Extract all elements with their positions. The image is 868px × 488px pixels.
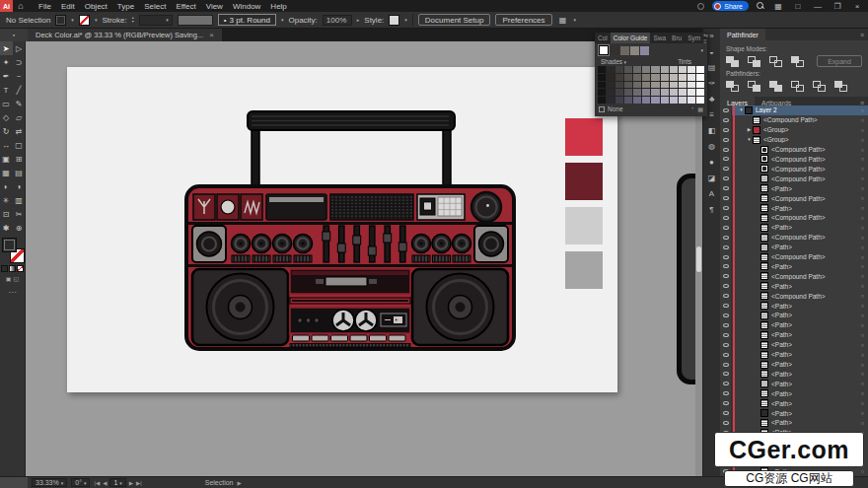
layer-row-21[interactable]: <Path>○ — [720, 301, 868, 311]
target-icon[interactable]: ○ — [861, 273, 864, 279]
layer-thumbnail[interactable] — [760, 194, 768, 202]
layer-row-25[interactable]: <Path>○ — [720, 340, 868, 350]
rectangle-tool[interactable]: ▭ — [0, 97, 13, 110]
target-icon[interactable]: ○ — [861, 166, 864, 172]
layer-thumbnail[interactable] — [760, 214, 768, 222]
layer-thumbnail[interactable] — [760, 351, 768, 359]
layer-thumbnail[interactable] — [760, 399, 768, 407]
boombox-artwork[interactable] — [183, 110, 517, 351]
style-caret-icon[interactable]: ▾ — [404, 17, 407, 23]
hand-tool[interactable]: ✱ — [0, 221, 13, 235]
layer-thumbnail[interactable] — [760, 174, 768, 182]
layer-row-14[interactable]: <Compound Path>○ — [720, 233, 868, 243]
stroke-caret-icon[interactable]: ▾ — [95, 17, 98, 23]
target-icon[interactable]: ○ — [861, 185, 864, 191]
layer-name[interactable]: <Compound Path> — [771, 156, 826, 163]
shade-cell[interactable] — [696, 74, 704, 81]
shade-cell[interactable] — [607, 97, 615, 104]
edit-toolbar-icon[interactable]: ⋯ — [9, 288, 17, 297]
layer-row-26[interactable]: <Path>○ — [720, 350, 868, 360]
shade-cell[interactable] — [624, 74, 632, 81]
target-icon[interactable]: ○ — [861, 137, 864, 143]
preferences-button[interactable]: Preferences — [495, 14, 551, 26]
slice-tool[interactable]: ✂ — [13, 207, 26, 221]
layer-name[interactable]: <Path> — [771, 312, 792, 318]
tab-color-guide[interactable]: Color Guide — [611, 33, 651, 43]
visibility-toggle[interactable] — [720, 271, 732, 281]
align-caret-icon[interactable]: ▾ — [574, 17, 577, 23]
shade-cell[interactable] — [661, 97, 669, 104]
layer-row-28[interactable]: <Path>○ — [720, 369, 868, 379]
target-icon[interactable]: ○ — [861, 400, 864, 406]
tab-close-icon[interactable]: × — [209, 31, 214, 39]
tab-sym[interactable]: Sym — [685, 33, 703, 43]
shade-cell[interactable] — [670, 74, 678, 81]
color-panel-icon[interactable]: ◒ — [709, 47, 714, 57]
shade-cell[interactable] — [679, 82, 687, 89]
expand-toggle-icon[interactable]: ▼ — [746, 137, 753, 142]
visibility-toggle[interactable] — [720, 360, 732, 370]
harmony-chip-1[interactable] — [611, 46, 619, 55]
layer-row-10[interactable]: <Compound Path>○ — [720, 193, 868, 203]
shade-cell[interactable] — [661, 82, 669, 89]
visibility-toggle[interactable] — [720, 350, 732, 360]
layer-row-3[interactable]: ▶<Group>○ — [720, 125, 868, 135]
layer-row-24[interactable]: <Path>○ — [720, 330, 868, 340]
shade-cell[interactable] — [687, 66, 695, 73]
layer-name[interactable]: <Path> — [771, 321, 792, 328]
tab-swa[interactable]: Swa — [650, 33, 669, 43]
save-to-swatches-icon[interactable]: ▦ — [697, 105, 703, 112]
app-logo-icon[interactable]: Ai — [0, 0, 13, 12]
opacity-field[interactable]: 100% — [323, 15, 352, 26]
zoom-tool[interactable]: ⊕ — [13, 221, 26, 235]
opacity-panel-icon[interactable]: ▸ — [357, 17, 360, 23]
layer-row-12[interactable]: <Compound Path>○ — [720, 213, 868, 223]
layer-name[interactable]: <Path> — [771, 263, 792, 270]
layer-row-7[interactable]: <Compound Path>○ — [720, 164, 868, 174]
layer-row-23[interactable]: <Path>○ — [720, 320, 868, 330]
minimize-button[interactable]: — — [812, 2, 824, 11]
shade-cell[interactable] — [633, 82, 641, 89]
zoom-level-dropdown[interactable]: 33.33%▾ — [32, 478, 67, 487]
layer-name[interactable]: <Path> — [771, 371, 792, 378]
shade-cell[interactable] — [615, 66, 623, 73]
layer-thumbnail[interactable] — [760, 272, 768, 280]
layer-thumbnail[interactable] — [760, 419, 768, 427]
target-icon[interactable]: ○ — [861, 147, 864, 153]
column-graph-tool[interactable]: ▥ — [13, 193, 26, 207]
shade-cell[interactable] — [607, 89, 615, 96]
graphic-styles-panel-icon[interactable]: ◪ — [708, 174, 716, 183]
visibility-toggle[interactable] — [720, 252, 732, 262]
merge-button[interactable] — [769, 81, 782, 92]
shade-cell[interactable] — [661, 74, 669, 81]
layer-name[interactable]: <Path> — [771, 331, 792, 338]
layer-row-5[interactable]: <Compound Path>○ — [720, 145, 868, 155]
shade-cell[interactable] — [607, 74, 615, 81]
layer-name[interactable]: Layer 2 — [756, 106, 777, 113]
artwork-swatch-1[interactable] — [565, 118, 603, 156]
visibility-toggle[interactable] — [720, 174, 732, 183]
shade-cell[interactable] — [624, 82, 632, 89]
menu-window[interactable]: Window — [233, 2, 260, 11]
target-icon[interactable]: ○ — [861, 303, 864, 309]
brushes-panel-icon[interactable]: ✑ — [708, 79, 715, 89]
magic-wand-tool[interactable]: ✦ — [0, 55, 13, 69]
layer-thumbnail[interactable] — [760, 146, 768, 154]
layer-thumbnail[interactable] — [760, 165, 768, 173]
visibility-toggle[interactable] — [720, 145, 732, 155]
outline-button[interactable] — [813, 81, 826, 92]
target-icon[interactable]: ○ — [861, 244, 864, 250]
layer-row-16[interactable]: <Compound Path>○ — [720, 252, 868, 262]
visibility-toggle[interactable] — [720, 262, 732, 272]
layer-thumbnail[interactable] — [760, 389, 768, 397]
target-icon[interactable]: ○ — [861, 322, 864, 328]
shade-cell[interactable] — [679, 74, 687, 81]
shade-cell[interactable] — [642, 82, 650, 89]
shade-cell[interactable] — [624, 89, 632, 96]
gradient-panel-icon[interactable]: ◧ — [708, 126, 716, 136]
document-setup-button[interactable]: Document Setup — [418, 14, 491, 26]
layer-thumbnail[interactable] — [753, 116, 760, 124]
color-guide-header-icons[interactable]: ⇆ ≡ — [703, 33, 711, 43]
restore-button[interactable]: ❐ — [832, 2, 843, 11]
gradient-tool[interactable]: ▤ — [13, 166, 26, 179]
